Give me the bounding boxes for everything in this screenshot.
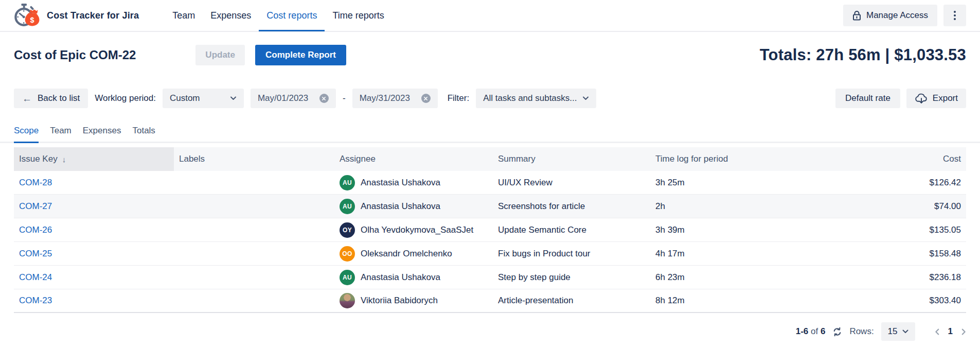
assignee-cell: OY Olha Yevdokymova_SaaSJet <box>334 222 493 238</box>
nav-team[interactable]: Team <box>165 0 203 31</box>
cost-cell: $126.42 <box>792 178 966 188</box>
more-options-button[interactable] <box>943 5 966 26</box>
tab-team[interactable]: Team <box>50 126 72 143</box>
column-header-issue-key[interactable]: Issue Key ↓ <box>14 147 174 171</box>
app-title: Cost Tracker for Jira <box>47 10 139 21</box>
worklog-period-label: Worklog period: <box>95 93 156 103</box>
export-button[interactable]: Export <box>906 89 966 108</box>
main-nav: Team Expenses Cost reports Time reports <box>165 0 391 31</box>
tab-totals[interactable]: Totals <box>132 126 155 143</box>
cost-tracker-logo-icon: $ <box>14 3 40 28</box>
summary-cell: UI/UX Review <box>493 178 650 188</box>
cost-cell: $236.18 <box>792 272 966 283</box>
issue-key-cell: COM-23 <box>14 296 174 306</box>
issue-key-cell: COM-24 <box>14 272 174 283</box>
date-to-input[interactable]: May/31/2023 <box>352 89 438 108</box>
app-header: $ Cost Tracker for Jira Team Expenses Co… <box>0 0 980 32</box>
issue-key-link[interactable]: COM-24 <box>19 272 52 283</box>
table-row[interactable]: COM-25 OO Oleksandr Omelchenko Fix bugs … <box>14 242 966 266</box>
table-row[interactable]: COM-24 AU Anastasia Ushakova Step by ste… <box>14 266 966 289</box>
assignee-cell: OO Oleksandr Omelchenko <box>334 246 493 262</box>
nav-cost-reports[interactable]: Cost reports <box>259 0 325 31</box>
issue-key-cell: COM-25 <box>14 249 174 259</box>
filter-bar: ← Back to list Worklog period: Custom Ma… <box>0 89 980 108</box>
cost-cell: $158.48 <box>792 249 966 259</box>
chevron-down-icon <box>582 96 589 100</box>
issue-key-link[interactable]: COM-28 <box>19 178 52 188</box>
default-rate-button[interactable]: Default rate <box>835 89 900 108</box>
tab-scope[interactable]: Scope <box>14 126 39 143</box>
summary-cell: Screenshots for article <box>493 201 650 212</box>
assignee-name: Anastasia Ushakova <box>361 178 440 188</box>
issue-key-cell: COM-26 <box>14 225 174 235</box>
tasks-filter-select[interactable]: All tasks and subtasks... <box>476 89 596 108</box>
manage-access-button[interactable]: Manage Access <box>843 5 937 26</box>
issue-key-link[interactable]: COM-27 <box>19 201 52 212</box>
previous-page-icon[interactable] <box>935 328 939 335</box>
back-to-list-button[interactable]: ← Back to list <box>14 89 88 108</box>
cloud-download-icon <box>915 93 928 104</box>
summary-cell: Article-presentation <box>493 296 650 306</box>
lock-icon <box>852 10 861 21</box>
table-row[interactable]: COM-28 AU Anastasia Ushakova UI/UX Revie… <box>14 171 966 195</box>
manage-access-label: Manage Access <box>866 10 928 21</box>
avatar: AU <box>340 199 355 214</box>
avatar-photo <box>340 293 355 308</box>
assignee-cell: AU Anastasia Ushakova <box>334 270 493 285</box>
assignee-name: Anastasia Ushakova <box>361 272 440 283</box>
column-header-summary[interactable]: Summary <box>493 147 650 171</box>
date-from-input[interactable]: May/01/2023 <box>251 89 336 108</box>
column-header-assignee[interactable]: Assignee <box>334 147 493 171</box>
table-row[interactable]: COM-27 AU Anastasia Ushakova Screenshots… <box>14 195 966 218</box>
time-log-cell: 8h 12m <box>650 296 792 306</box>
refresh-icon[interactable] <box>832 327 842 337</box>
time-log-cell: 3h 39m <box>650 225 792 235</box>
cost-cell: $74.00 <box>792 201 966 212</box>
column-header-labels[interactable]: Labels <box>174 147 334 171</box>
pagination-total: 6 <box>821 326 825 336</box>
pagination-of-label: of <box>811 326 818 336</box>
avatar: OY <box>340 222 355 238</box>
issue-key-link[interactable]: COM-25 <box>19 249 52 259</box>
chevron-down-icon <box>230 96 237 100</box>
pagination-range-value: 1-6 <box>796 326 809 336</box>
filter-bar-actions: Default rate Export <box>835 89 966 108</box>
period-select[interactable]: Custom <box>163 89 244 108</box>
assignee-cell: AU Anastasia Ushakova <box>334 175 493 190</box>
issue-key-link[interactable]: COM-26 <box>19 225 52 235</box>
assignee-name: Oleksandr Omelchenko <box>361 249 452 259</box>
issue-key-cell: COM-28 <box>14 178 174 188</box>
back-arrow-icon: ← <box>22 94 32 103</box>
clear-date-to-icon[interactable] <box>421 94 431 103</box>
time-log-cell: 4h 17m <box>650 249 792 259</box>
avatar: AU <box>340 270 355 285</box>
summary-cell: Step by step guide <box>493 272 650 283</box>
avatar: OO <box>340 246 355 262</box>
back-to-list-label: Back to list <box>38 93 80 103</box>
cost-cell: $303.40 <box>792 296 966 306</box>
nav-time-reports[interactable]: Time reports <box>325 0 391 31</box>
tab-expenses[interactable]: Expenses <box>83 126 121 143</box>
column-header-time-log[interactable]: Time log for period <box>650 147 792 171</box>
report-tabs: Scope Team Expenses Totals <box>0 126 980 143</box>
next-page-icon[interactable] <box>961 328 966 335</box>
cost-cell: $135.05 <box>792 225 966 235</box>
complete-report-button[interactable]: Complete Report <box>255 45 346 65</box>
pagination-range: 1-6 of 6 <box>796 326 826 337</box>
table-row[interactable]: COM-23 Viktoriia Babidorych Article-pres… <box>14 289 966 313</box>
rows-per-page-select[interactable]: 15 <box>881 322 915 341</box>
rows-per-page-value: 15 <box>888 326 898 337</box>
summary-cell: Update Semantic Core <box>493 225 650 235</box>
nav-expenses[interactable]: Expenses <box>203 0 259 31</box>
update-button[interactable]: Update <box>195 45 245 65</box>
header-actions: Manage Access <box>843 5 966 26</box>
table-row[interactable]: COM-26 OY Olha Yevdokymova_SaaSJet Updat… <box>14 218 966 242</box>
clear-date-from-icon[interactable] <box>319 94 329 103</box>
pagination-bar: 1-6 of 6 Rows: 15 1 <box>0 322 980 341</box>
page-number[interactable]: 1 <box>948 326 953 337</box>
issue-key-link[interactable]: COM-23 <box>19 296 52 306</box>
assignee-cell: Viktoriia Babidorych <box>334 293 493 308</box>
page-navigator: 1 <box>935 326 966 337</box>
rows-label: Rows: <box>849 326 874 337</box>
column-header-cost[interactable]: Cost <box>792 147 966 171</box>
